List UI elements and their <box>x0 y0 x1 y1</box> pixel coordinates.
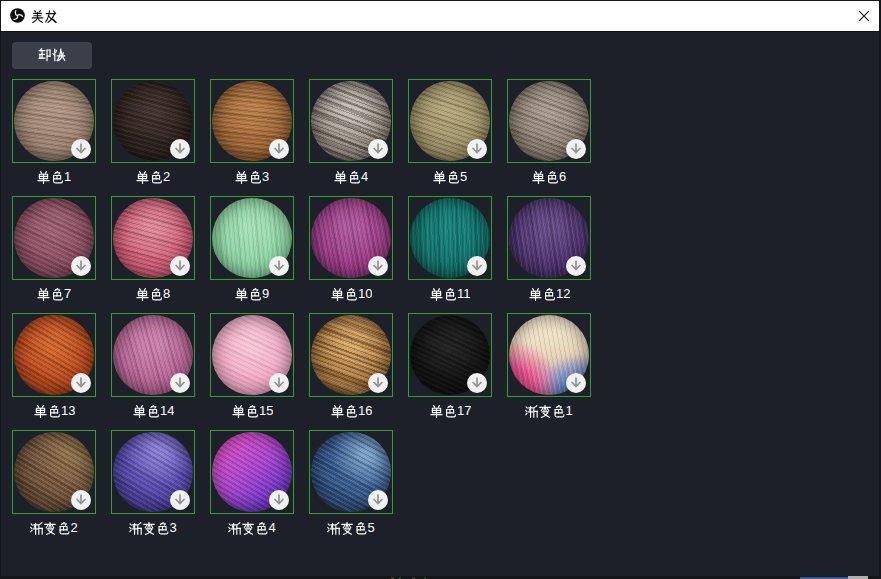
svg-text:2: 2 <box>71 521 78 535</box>
svg-text:16: 16 <box>358 404 372 418</box>
svg-text:13: 13 <box>61 404 75 418</box>
svg-text:4: 4 <box>361 170 368 184</box>
svg-text:5: 5 <box>368 521 375 535</box>
svg-text:1: 1 <box>566 404 573 418</box>
svg-text:17: 17 <box>457 404 471 418</box>
svg-text:8: 8 <box>163 287 170 301</box>
svg-text:6: 6 <box>559 170 566 184</box>
svg-text:5: 5 <box>460 170 467 184</box>
svg-text:12: 12 <box>556 287 570 301</box>
svg-text:2: 2 <box>163 170 170 184</box>
svg-text:4: 4 <box>269 521 276 535</box>
svg-text:3: 3 <box>170 521 177 535</box>
svg-text:1: 1 <box>64 170 71 184</box>
svg-text:11: 11 <box>457 287 471 301</box>
svg-text:10: 10 <box>358 287 372 301</box>
svg-text:3: 3 <box>262 170 269 184</box>
svg-text:14: 14 <box>160 404 174 418</box>
svg-text:7: 7 <box>64 287 71 301</box>
svg-text:15: 15 <box>259 404 273 418</box>
svg-text:9: 9 <box>262 287 269 301</box>
